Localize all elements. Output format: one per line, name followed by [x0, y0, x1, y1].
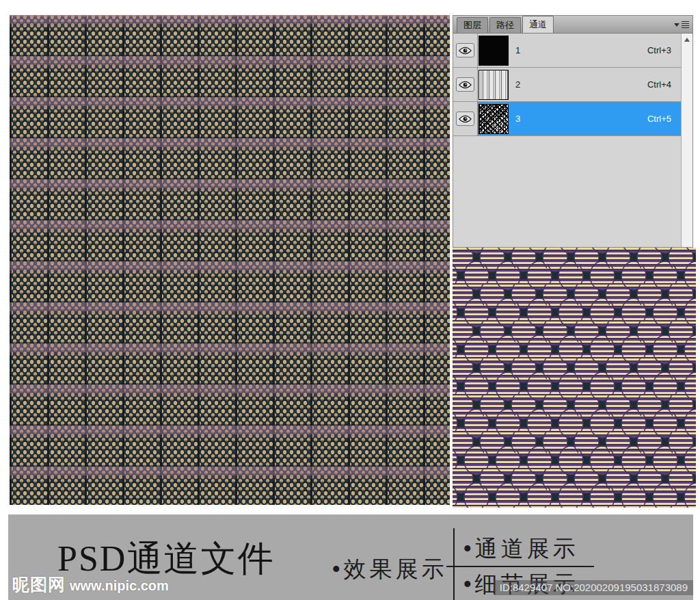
banner-horizontal-divider — [446, 566, 594, 567]
tab-layers[interactable]: 图层 — [457, 17, 488, 33]
fabric-effect-preview — [10, 15, 450, 505]
eye-icon[interactable] — [456, 43, 474, 57]
channel-row-3[interactable]: 3 Ctrl+5 — [453, 102, 681, 136]
channels-panel: 图层 路径 通道 1 Ctrl+3 — [453, 15, 693, 248]
banner-item-channel: •通道展示 — [463, 534, 579, 564]
channel-row-2[interactable]: 2 Ctrl+4 — [453, 68, 681, 102]
channel-list: 1 Ctrl+3 2 Ctrl+4 — [453, 34, 681, 136]
channel-name: 2 — [515, 79, 520, 90]
channel-thumbnail[interactable] — [479, 104, 509, 134]
channel-name: 3 — [515, 114, 520, 124]
scroll-up-icon[interactable] — [684, 38, 690, 42]
channel-shortcut: Ctrl+3 — [647, 45, 671, 55]
banner-vertical-divider — [453, 528, 455, 600]
channel-thumbnail[interactable] — [479, 36, 509, 66]
panel-scrollbar[interactable] — [681, 34, 692, 247]
banner-item-effect: •效果展示 — [332, 554, 448, 585]
tab-channels[interactable]: 通道 — [522, 16, 554, 33]
id-watermark: ID:8429407 NO:20200209195031873089 — [494, 580, 693, 595]
channel-thumbnail[interactable] — [479, 70, 509, 100]
channel-name: 1 — [515, 45, 520, 55]
eye-icon[interactable] — [456, 112, 474, 126]
info-banner: PSD通道文件 •效果展示 •通道展示 •细节展示 昵图网 www.nipic.… — [8, 514, 693, 600]
channel-row-1[interactable]: 1 Ctrl+3 — [453, 34, 681, 68]
site-name: 昵图网 — [12, 573, 66, 596]
visibility-cell[interactable] — [453, 34, 478, 67]
panel-tab-bar: 图层 路径 通道 — [453, 16, 692, 34]
eye-icon[interactable] — [456, 77, 474, 92]
site-url: www.nipic.com — [70, 578, 169, 594]
fabric-detail-preview — [453, 248, 696, 508]
panel-menu-icon[interactable] — [674, 21, 689, 29]
visibility-cell[interactable] — [453, 102, 478, 135]
visibility-cell[interactable] — [453, 68, 478, 101]
site-watermark: 昵图网 www.nipic.com — [12, 573, 169, 596]
channel-shortcut: Ctrl+4 — [647, 79, 671, 90]
tab-paths[interactable]: 路径 — [489, 17, 521, 33]
channel-shortcut: Ctrl+5 — [647, 114, 671, 124]
